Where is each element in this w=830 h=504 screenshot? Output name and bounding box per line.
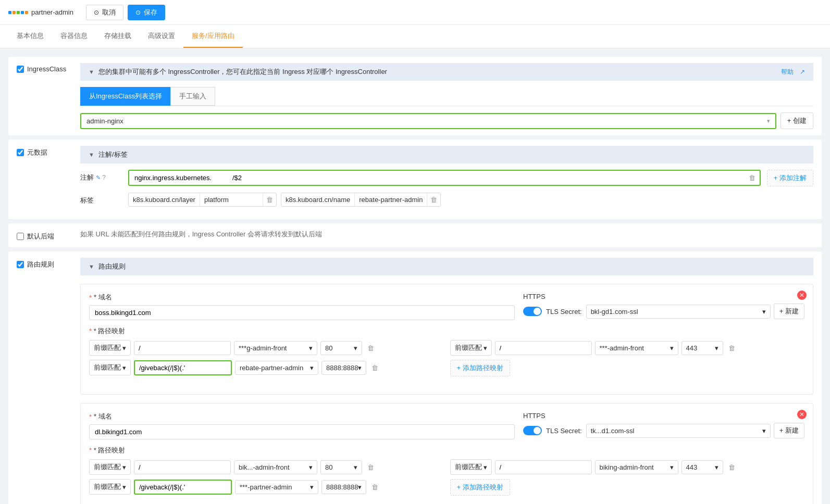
tag-delete-2[interactable]: 🗑 [427, 193, 440, 206]
create-ingress-button[interactable]: + 创建 [781, 112, 813, 129]
annotations-content: 🗑 [128, 170, 761, 186]
service-select-2-1[interactable]: bik...-admin-front ▾ [234, 460, 317, 474]
main-content: IngressClass ▼ 您的集群中可能有多个 IngressControl… [0, 48, 830, 504]
tls-select-1[interactable]: bkl-gd1.com-ssl ▾ [586, 305, 771, 319]
ingress-inner-tabs: 从IngressClass列表选择 手工输入 [80, 87, 813, 106]
tls-select-2[interactable]: tk...d1.com-ssl ▾ [586, 424, 771, 438]
default-backend-content: 如果 URL 未能匹配到任何路由规则，Ingress Controller 会将… [80, 230, 813, 239]
routing-block-2-domain-left: * * 域名 [89, 412, 515, 439]
ingress-class-checkbox[interactable] [17, 66, 24, 73]
add-annotation-button[interactable]: + 添加注解 [767, 170, 813, 186]
tab-manual-input[interactable]: 手工输入 [170, 87, 215, 106]
collapse-arrow-icon[interactable]: ▼ [89, 69, 94, 75]
metadata-label: 元数据 [17, 146, 74, 157]
port-select-1-r1[interactable]: 443 ▾ [682, 341, 723, 355]
annotations-label-container: 注解 ✎ ? [80, 170, 122, 182]
default-backend-description: 如果 URL 未能匹配到任何路由规则，Ingress Controller 会将… [80, 228, 322, 240]
tags-content: k8s.kuboard.cn/layer platform 🗑 k8s.kubo… [128, 193, 813, 207]
service-select-1-1[interactable]: ***g-admin-front ▾ [234, 341, 317, 355]
routing-rules-checkbox[interactable] [17, 261, 24, 268]
routing-rules-content: ▼ 路由规则 ✕ * * 域名 [80, 258, 813, 504]
tab-service-routing[interactable]: 服务/应用路由 [183, 25, 243, 48]
ingress-inner-tab-area: 从IngressClass列表选择 手工输入 admin-nginx ▾ + 创… [80, 81, 813, 129]
path-input-2-r1[interactable] [495, 460, 592, 474]
port-select-2-1[interactable]: 80 ▾ [320, 460, 362, 474]
ingress-class-label: IngressClass [17, 63, 74, 73]
tab-basic-info[interactable]: 基本信息 [8, 25, 52, 48]
paths-right-1: 前缀匹配 ▾ ***-admin-front ▾ [450, 340, 805, 380]
path-delete-2-1[interactable]: 🗑 [365, 461, 376, 473]
annotation-value-input[interactable] [227, 171, 745, 185]
port-select-2-r1[interactable]: 443 ▾ [682, 460, 723, 474]
tab-storage-mount[interactable]: 存储挂载 [96, 25, 140, 48]
annotations-help-icon[interactable]: ? [102, 174, 106, 181]
routing-block-1-domain-row: * * 域名 HTTPS TLS [89, 293, 804, 320]
tag-delete-1[interactable]: 🗑 [263, 193, 276, 206]
metadata-checkbox[interactable] [17, 149, 24, 156]
path-delete-2-2[interactable]: 🗑 [369, 481, 380, 493]
routing-block-2-close[interactable]: ✕ [797, 410, 807, 419]
path-delete-1-2[interactable]: 🗑 [369, 362, 380, 374]
metadata-collapse-arrow[interactable]: ▼ [89, 152, 94, 158]
routing-rules-collapse-arrow[interactable]: ▼ [89, 263, 94, 270]
default-backend-checkbox[interactable] [17, 233, 24, 240]
path-input-2-2[interactable] [134, 480, 232, 495]
routing-block-1-close[interactable]: ✕ [797, 291, 807, 300]
match-select-1-2[interactable]: 前缀匹配 ▾ [89, 360, 131, 375]
logo-dot-green [17, 11, 20, 14]
routing-block-1-https: HTTPS TLS Secret: bkl-gd1.com-ssl ▾ [523, 293, 804, 319]
https-toggle-1[interactable] [523, 307, 542, 316]
domain-input-1[interactable] [89, 305, 515, 320]
tags-row: 标签 k8s.kuboard.cn/layer platform 🗑 k8s.k… [80, 193, 813, 207]
tls-select-arrow-icon: ▾ [762, 308, 766, 316]
metadata-content: ▼ 注解/标签 注解 ✎ ? 🗑 [80, 146, 813, 213]
help-link[interactable]: 帮助 [781, 68, 794, 77]
match-select-2-2[interactable]: 前缀匹配 ▾ [89, 479, 131, 495]
port-select-1-2[interactable]: 8888:8888 ▾ [321, 361, 366, 375]
path-delete-2-r1[interactable]: 🗑 [726, 461, 737, 473]
service-select-2-2[interactable]: ***-partner-admin ▾ [235, 480, 318, 494]
tab-from-list[interactable]: 从IngressClass列表选择 [80, 87, 171, 106]
tag-value-2: rebate-partner-admin [355, 193, 427, 206]
path-row-2-1: 前缀匹配 ▾ bik...-admin-front ▾ [89, 459, 444, 475]
save-button[interactable]: ⊙ 保存 [128, 5, 165, 20]
path-input-1-r1[interactable] [495, 341, 592, 355]
service-select-1-2[interactable]: rebate-partner-admin ▾ [235, 361, 318, 375]
path-delete-1-r1[interactable]: 🗑 [726, 342, 737, 354]
paths-right-2: 前缀匹配 ▾ biking-admin-front ▾ [450, 459, 805, 499]
service-select-1-r1[interactable]: ***-admin-front ▾ [595, 341, 678, 355]
annotations-edit-icon[interactable]: ✎ [96, 174, 101, 181]
domain-label-1: * * 域名 [89, 293, 515, 302]
annotation-delete-icon[interactable]: 🗑 [745, 171, 760, 185]
add-path-button-2-right[interactable]: + 添加路径映射 [450, 479, 510, 496]
https-toggle-2[interactable] [523, 426, 542, 435]
tag-key-2: k8s.kuboard.cn/name [281, 193, 355, 206]
port-select-2-2[interactable]: 8888:8888 ▾ [321, 480, 366, 494]
path-input-2-1[interactable] [134, 460, 231, 474]
service-select-arrow-r1: ▾ [670, 344, 674, 352]
annotation-key-input[interactable] [129, 171, 227, 185]
path-row-2-r1: 前缀匹配 ▾ biking-admin-front ▾ [450, 459, 805, 475]
match-select-2-r1[interactable]: 前缀匹配 ▾ [450, 459, 492, 475]
port-select-1-1[interactable]: 80 ▾ [320, 341, 362, 355]
tab-container-info[interactable]: 容器信息 [52, 25, 96, 48]
path-delete-1-1[interactable]: 🗑 [365, 342, 376, 354]
domain-input-2[interactable] [89, 424, 515, 439]
logo-dot-blue [8, 11, 11, 14]
path-input-1-2[interactable] [134, 360, 232, 375]
cancel-button[interactable]: ⊙ 取消 [86, 5, 123, 20]
ingress-class-select[interactable]: admin-nginx ▾ [80, 113, 776, 129]
domain-label-2: * * 域名 [89, 412, 515, 421]
match-select-1-1[interactable]: 前缀匹配 ▾ [89, 340, 131, 356]
path-input-1-1[interactable] [134, 341, 231, 355]
routing-block-2: ✕ * * 域名 HTTPS [80, 403, 813, 504]
tls-new-button-2[interactable]: + 新建 [774, 423, 804, 438]
add-path-button-1-right[interactable]: + 添加路径映射 [450, 360, 510, 376]
match-select-1-r1[interactable]: 前缀匹配 ▾ [450, 340, 492, 356]
match-select-2-1[interactable]: 前缀匹配 ▾ [89, 459, 131, 475]
save-icon: ⊙ [135, 9, 141, 16]
tls-new-button-1[interactable]: + 新建 [774, 304, 804, 319]
service-select-2-r1[interactable]: biking-admin-front ▾ [595, 460, 678, 474]
tab-advanced-settings[interactable]: 高级设置 [140, 25, 183, 48]
routing-blocks-container: ✕ * * 域名 HTTPS [80, 275, 813, 504]
